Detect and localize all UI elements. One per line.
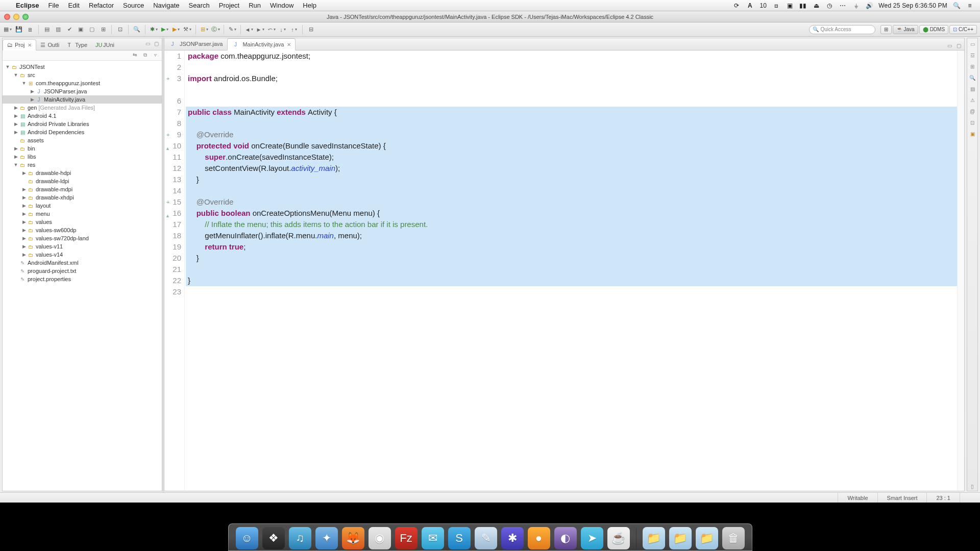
volume-icon[interactable]: 🔊 [865,2,873,9]
dropbox-icon[interactable]: ⧈ [772,2,780,9]
run-last-icon[interactable]: ▶ [172,25,181,34]
dock-app-app1[interactable]: ✱ [501,527,524,549]
tree-res-item[interactable]: ▶🗀drawable-mdpi [3,185,162,193]
tree-assets[interactable]: 🗀assets [3,136,162,144]
next-annotation-icon[interactable]: ↓ [278,25,287,34]
view-tab-project-explorer[interactable]: 🗂 Proj ✕ [3,39,36,51]
avd-icon[interactable]: ▥ [54,25,63,34]
perspective-java[interactable]: ☕Java [893,25,918,34]
dock-app-chrome[interactable]: ◉ [369,527,391,549]
spotlight-icon[interactable]: 🔍 [952,2,961,9]
quick-access-input[interactable]: 🔍 Quick Access [809,25,875,34]
menu-source[interactable]: Source [118,2,149,9]
sync-icon[interactable]: ⟳ [732,2,741,9]
menu-project[interactable]: Project [214,2,244,9]
editor-tab-jsonparser[interactable]: J JSONParser.java [164,38,227,50]
dock-app-mission[interactable]: ❖ [262,527,285,549]
pin-icon[interactable]: ⊟ [306,25,315,34]
editor-tab-mainactivity[interactable]: J MainActivity.java ✕ [227,38,296,51]
dock-app-textedit[interactable]: ✎ [475,527,497,549]
open-type-icon[interactable]: ⊡ [115,25,125,34]
new-xml-icon[interactable]: ⊞ [99,25,108,34]
evernote-icon[interactable]: ▣ [786,2,794,9]
tree-projprops[interactable]: ✎project.properties [3,275,162,283]
menu-navigate[interactable]: Navigate [149,2,184,9]
back-icon[interactable]: ◄ [244,25,254,34]
dock-folder3[interactable]: 📁 [696,527,718,549]
notifications-icon[interactable]: ≡ [966,2,974,9]
tree-bin[interactable]: ▶🗀bin [3,144,162,153]
tree-manifest[interactable]: ✎AndroidManifest.xml [3,259,162,267]
new-test-icon[interactable]: ▢ [87,25,96,34]
dock-app-finder[interactable]: ☺ [236,527,258,549]
debug-icon[interactable]: ✱ [149,25,158,34]
new-package-icon[interactable]: ⊞ [200,25,209,34]
menu-search[interactable]: Search [184,2,214,9]
dock-app-app3[interactable]: ➤ [581,527,603,549]
tree-src[interactable]: ▼🗀 src [3,71,162,79]
timemachine-icon[interactable]: ◷ [825,2,834,9]
maximize-editor-icon[interactable]: ▢ [955,43,962,50]
menu-refactor[interactable]: Refactor [84,2,118,9]
tree-file-jsonparser[interactable]: ▶JJSONParser.java [3,87,162,95]
tree-file-mainactivity[interactable]: ▶JMainActivity.java [3,95,162,104]
new-icon[interactable]: ▦ [3,25,12,34]
saveall-icon[interactable]: 🗎 [26,25,35,34]
problems-icon[interactable]: ⚠ [969,97,976,105]
menu-run[interactable]: Run [244,2,265,9]
declaration-icon[interactable]: ⊡ [969,120,976,127]
tree-res-item[interactable]: ▶🗀drawable-xhdpi [3,193,162,202]
battery-icon[interactable]: ▮▮ [799,2,807,9]
restore-icon[interactable]: ▭ [969,41,976,48]
view-tab-type[interactable]: TType [63,40,91,50]
view-tab-junit[interactable]: JUJUni [91,40,118,50]
clock[interactable]: Wed 25 Sep 6:36:50 PM [878,2,947,9]
view-menu-icon[interactable]: ▿ [152,52,159,59]
bluetooth-icon[interactable]: ⋯ [839,2,847,9]
eject-icon[interactable]: ⏏ [812,2,820,9]
maximize-view-icon[interactable]: ▢ [153,41,160,48]
menu-help[interactable]: Help [298,2,321,9]
save-icon[interactable]: 💾 [14,25,23,34]
open-perspective-button[interactable]: ⊞ [880,25,892,34]
last-edit-icon[interactable]: ⤺ [267,25,276,34]
tree-res-item[interactable]: ▶🗀layout [3,202,162,210]
tree-project[interactable]: ▼🗀 JSONTest [3,63,162,71]
perspective-ddms[interactable]: ⬤DDMS [919,25,948,34]
dock-app-eclipse[interactable]: ◐ [554,527,577,549]
dock-app-filezilla[interactable]: Fz [395,527,418,549]
adobe-icon[interactable]: A [746,2,754,9]
tree-res-item[interactable]: ▶🗀drawable-hdpi [3,169,162,177]
close-icon[interactable]: ✕ [28,42,32,48]
external-tools-icon[interactable]: ⚒ [183,25,192,34]
sdk-icon[interactable]: ▤ [42,25,52,34]
dock-folder1[interactable]: 📁 [643,527,665,549]
tree-res-item[interactable]: ▶🗀values-sw600dp [3,226,162,234]
tree-res-item[interactable]: 🗀drawable-ldpi [3,177,162,185]
close-icon[interactable]: ✕ [287,42,291,47]
dock-app-firefox[interactable]: 🦊 [342,527,364,549]
tree-lib-private[interactable]: ▶▤Android Private Libraries [3,120,162,128]
dock-folder2[interactable]: 📁 [669,527,692,549]
prev-annotation-icon[interactable]: ↑ [289,25,299,34]
forward-icon[interactable]: ► [256,25,265,34]
link-editor-icon[interactable]: ⧉ [141,52,149,59]
new-class-icon[interactable]: Ⓒ [211,25,220,34]
new-project-icon[interactable]: ▣ [76,25,85,34]
tree-lib-android[interactable]: ▶▤Android 4.1 [3,112,162,120]
tree-res-item[interactable]: ▶🗀values-v11 [3,242,162,251]
tree-res-item[interactable]: ▶🗀menu [3,210,162,218]
task-list-icon[interactable]: ☲ [969,53,976,60]
trim-icon[interactable]: ▯ [969,484,976,491]
minimize-view-icon[interactable]: ▭ [144,41,151,48]
tree-res-item[interactable]: ▶🗀values [3,218,162,226]
tree-res-item[interactable]: ▶🗀values-sw720dp-land [3,234,162,242]
tree-lib-deps[interactable]: ▶▤Android Dependencies [3,128,162,136]
code-editor[interactable]: 123 6789 10111213 14151617 18192021 2223… [164,51,964,491]
logcat-icon[interactable]: ▣ [969,131,976,138]
tree-res[interactable]: ▼🗀res [3,161,162,169]
code-body[interactable]: package com.theappguruz.jsontest; import… [185,51,957,491]
project-tree[interactable]: ▼🗀 JSONTest ▼🗀 src [3,61,162,491]
dock-app-messages[interactable]: ✉ [422,527,444,549]
menu-file[interactable]: File [44,2,64,9]
